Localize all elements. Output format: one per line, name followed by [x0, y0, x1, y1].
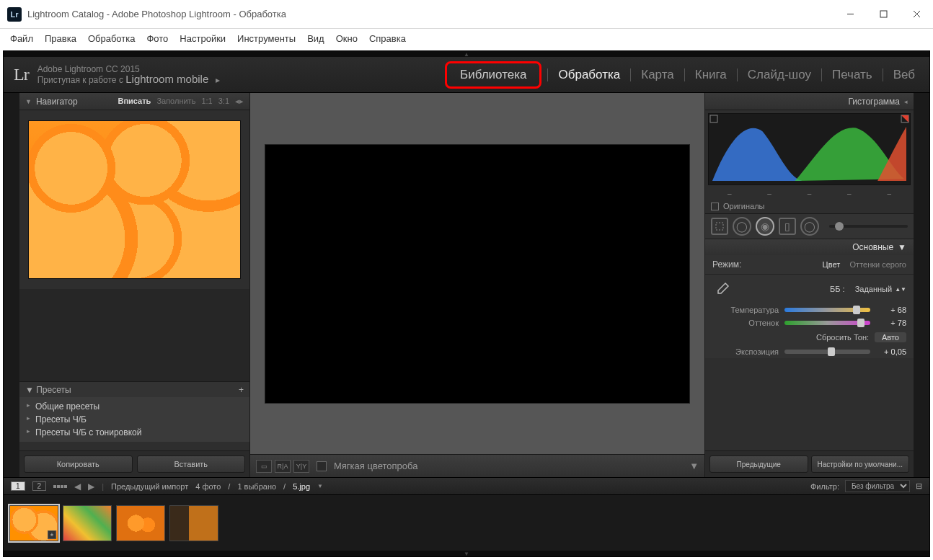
crop-tool-icon[interactable]: [711, 218, 728, 235]
main-image[interactable]: [265, 144, 690, 404]
collapse-icon: ◂: [904, 98, 908, 105]
svg-rect-4: [710, 115, 717, 123]
tint-label: Оттенок: [712, 319, 779, 327]
prev-photo-icon[interactable]: ◀: [74, 481, 81, 492]
soft-proof-checkbox[interactable]: [317, 461, 327, 471]
screen-1-button[interactable]: 1: [11, 481, 25, 491]
filmstrip-thumb[interactable]: ±: [9, 505, 58, 541]
dropdown-icon[interactable]: ▲▼: [895, 286, 906, 293]
temp-label: Температура: [712, 306, 779, 314]
left-edge-toggle[interactable]: [4, 93, 19, 477]
nav-zoom-dropdown-icon[interactable]: ◂▸: [235, 97, 244, 106]
module-library[interactable]: Библиотека: [445, 61, 541, 89]
right-edge-toggle[interactable]: [914, 93, 929, 477]
next-photo-icon[interactable]: ▶: [88, 481, 94, 492]
top-panel-toggle[interactable]: ▲: [4, 51, 929, 57]
histogram[interactable]: [708, 113, 911, 185]
grid-view-icon[interactable]: [53, 485, 67, 488]
photo-count: 4 фото: [195, 482, 221, 491]
before-after-lr-icon[interactable]: R|A: [275, 460, 291, 473]
basic-panel-header[interactable]: Основные ▼: [705, 239, 914, 255]
svg-rect-1: [880, 11, 887, 17]
preset-folder[interactable]: Общие пресеты: [19, 400, 249, 413]
filmstrip-thumb[interactable]: [63, 505, 112, 541]
menu-tools[interactable]: Инструменты: [231, 32, 301, 45]
filmstrip-bar: 1 2 ◀ ▶ | Предыдущий импорт 4 фото / 1 в…: [4, 477, 929, 494]
right-panel: Гистограмма ◂ ––––– Ориги: [704, 93, 914, 477]
module-map[interactable]: Карта: [637, 65, 678, 85]
center-area: ▭ R|A Y|Y Мягкая цветопроба ▼: [250, 93, 704, 477]
copy-button[interactable]: Копировать: [24, 455, 133, 473]
module-slideshow[interactable]: Слайд-шоу: [743, 65, 815, 85]
svg-rect-7: [716, 223, 723, 230]
paste-button[interactable]: Вставить: [137, 455, 246, 473]
temp-slider[interactable]: [784, 308, 870, 312]
filmstrip-thumb[interactable]: [169, 505, 218, 541]
navigator-preview[interactable]: [28, 120, 241, 279]
menu-settings[interactable]: Настройки: [174, 32, 231, 45]
originals-checkbox[interactable]: [711, 203, 719, 210]
menu-window[interactable]: Окно: [330, 32, 363, 45]
tint-slider[interactable]: [784, 321, 870, 325]
menu-help[interactable]: Справка: [363, 32, 412, 45]
filter-dropdown[interactable]: Без фильтра: [845, 480, 910, 492]
originals-row[interactable]: Оригиналы: [705, 199, 914, 213]
temp-value: + 68: [876, 306, 906, 314]
histogram-labels: –––––: [705, 188, 914, 199]
module-print[interactable]: Печать: [828, 65, 877, 85]
toolbar-expand-icon[interactable]: ▼: [689, 461, 699, 471]
eyedropper-icon[interactable]: [712, 279, 733, 299]
reset-tone-label: Сбросить Тон:: [816, 333, 869, 342]
exposure-slider[interactable]: [784, 350, 870, 354]
module-develop[interactable]: Обработка: [554, 65, 624, 85]
module-book[interactable]: Книга: [691, 65, 731, 85]
auto-button[interactable]: Авто: [875, 332, 906, 342]
collapse-icon: ▼: [25, 385, 34, 395]
menu-view[interactable]: Вид: [301, 32, 330, 45]
nav-3to1[interactable]: 3:1: [218, 97, 229, 106]
breadcrumb-dropdown-icon[interactable]: ▼: [317, 483, 323, 489]
mobile-arrow-icon: ▸: [216, 75, 220, 85]
menu-photo[interactable]: Фото: [141, 32, 174, 45]
module-web[interactable]: Веб: [889, 65, 919, 85]
filmstrip-thumb[interactable]: [116, 505, 165, 541]
navigator-header[interactable]: ▼ Навигатор Вписать Заполнить 1:1 3:1 ◂▸: [19, 93, 249, 110]
menu-develop[interactable]: Обработка: [82, 32, 141, 45]
navigator-title: Навигатор: [36, 97, 78, 107]
preset-folder[interactable]: Пресеты Ч/Б: [19, 413, 249, 426]
menu-edit[interactable]: Правка: [39, 32, 82, 45]
brush-size-slider[interactable]: [829, 225, 908, 228]
treatment-bw[interactable]: Оттенки серого: [850, 260, 906, 269]
preset-folder[interactable]: Пресеты Ч/Б с тонировкой: [19, 426, 249, 439]
radial-filter-icon[interactable]: ◯: [800, 217, 819, 236]
wb-dropdown[interactable]: Заданный: [855, 285, 893, 293]
tool-strip: ◯ ◉ ▯ ◯: [705, 213, 914, 239]
before-after-tb-icon[interactable]: Y|Y: [293, 460, 309, 473]
presets-header[interactable]: ▼ Пресеты +: [19, 381, 249, 397]
spot-removal-icon[interactable]: ◯: [733, 217, 751, 236]
nav-fill[interactable]: Заполнить: [156, 97, 195, 106]
bottom-panel-toggle[interactable]: ▼: [4, 551, 929, 556]
minimize-button[interactable]: [833, 0, 867, 29]
screen-2-button[interactable]: 2: [32, 481, 47, 491]
nav-1to1[interactable]: 1:1: [201, 97, 212, 106]
redeye-tool-icon[interactable]: ◉: [756, 217, 774, 236]
previous-button[interactable]: Предыдущие: [709, 455, 808, 473]
filter-lock-icon[interactable]: ⊟: [916, 481, 922, 491]
breadcrumb[interactable]: Предыдущий импорт: [111, 482, 188, 491]
soft-proof-label: Мягкая цветопроба: [334, 461, 417, 471]
histogram-header[interactable]: Гистограмма ◂: [705, 93, 914, 110]
develop-badge-icon: ±: [48, 530, 56, 539]
add-preset-icon[interactable]: +: [239, 385, 244, 395]
close-button[interactable]: [900, 0, 933, 29]
menu-file[interactable]: Файл: [4, 32, 39, 45]
mobile-prompt[interactable]: Приступая к работе с Lightroom mobile ▸: [37, 74, 221, 85]
treatment-color[interactable]: Цвет: [823, 260, 841, 269]
graduated-filter-icon[interactable]: ▯: [779, 218, 796, 235]
treatment-label: Режим:: [712, 259, 741, 270]
reset-defaults-button[interactable]: Настройки по умолчани...: [811, 455, 910, 473]
loupe-view-icon[interactable]: ▭: [256, 460, 272, 473]
nav-fit[interactable]: Вписать: [118, 97, 151, 106]
filmstrip: ±: [4, 494, 929, 551]
maximize-button[interactable]: [867, 0, 900, 29]
